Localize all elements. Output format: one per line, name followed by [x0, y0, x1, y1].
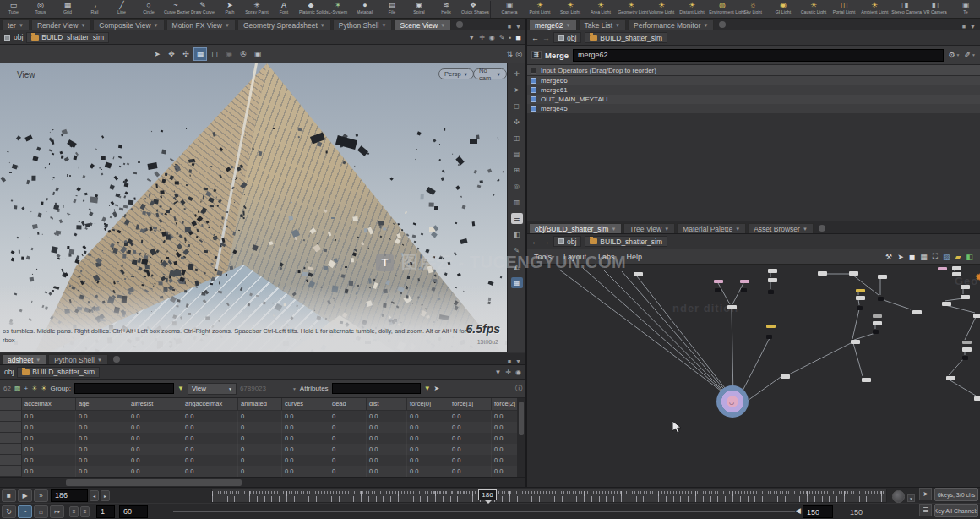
- network-node[interactable]: [768, 269, 777, 273]
- network-node[interactable]: [768, 278, 777, 282]
- expand-icon[interactable]: ✛: [511, 68, 523, 79]
- add-icon[interactable]: +: [24, 385, 28, 392]
- handles-icon[interactable]: ✣: [179, 47, 193, 61]
- pane-tab[interactable]: obj/BUILD_shatter_sim▼: [529, 223, 622, 233]
- frame-icon[interactable]: ⛶: [933, 252, 938, 261]
- volume-light-tool[interactable]: ☀Volume Light: [646, 0, 677, 14]
- ambient-light-tool[interactable]: ☀Ambient Light: [859, 0, 890, 14]
- pane-tab[interactable]: Scene View▼: [394, 19, 451, 30]
- pane-maximize-icon[interactable]: ■: [508, 24, 511, 30]
- select-arrow-icon[interactable]: ➤: [150, 47, 164, 61]
- network-node[interactable]: [961, 295, 970, 299]
- group-input[interactable]: [74, 383, 174, 394]
- input-operator-row[interactable]: merge45: [527, 104, 980, 113]
- solo-icon[interactable]: ▪: [509, 34, 512, 41]
- spiral-tool[interactable]: ◉Spiral: [406, 0, 433, 14]
- circle-tool[interactable]: ○Circle: [135, 0, 162, 14]
- layout-icon[interactable]: ▤: [511, 149, 523, 160]
- menu-item[interactable]: Help: [627, 253, 643, 261]
- pane-menu-icon[interactable]: ▼: [515, 358, 521, 364]
- network-node[interactable]: [946, 376, 956, 380]
- range-start2-field[interactable]: 60: [119, 505, 148, 518]
- key-all-button[interactable]: Key All Channels: [934, 504, 978, 517]
- path-node-chip[interactable]: BUILD_shatter_sim: [17, 367, 100, 378]
- new-tab-button[interactable]: [456, 21, 463, 28]
- split-icon[interactable]: ◫: [511, 133, 523, 144]
- network-editor[interactable]: nder ditionGeo ✹ ◡: [527, 265, 980, 519]
- column-header[interactable]: force[0]: [407, 398, 449, 411]
- target-icon[interactable]: ◎: [515, 50, 522, 58]
- pane-tab[interactable]: Take List▼: [579, 19, 627, 30]
- stereo-camera-tool[interactable]: ◨Stereo Camera: [890, 0, 920, 14]
- network-node[interactable]: [862, 378, 871, 382]
- wrench-icon[interactable]: ⚒: [885, 253, 892, 261]
- network-node[interactable]: [849, 271, 858, 276]
- gear-icon[interactable]: ⚙▼: [948, 51, 960, 59]
- filter2-icon[interactable]: ▼: [424, 385, 431, 392]
- pane-tab[interactable]: Render View▼: [31, 19, 91, 30]
- white-square-icon[interactable]: ◼: [909, 253, 915, 261]
- input-operator-row[interactable]: merge66: [527, 76, 980, 85]
- pin-icon[interactable]: ✛: [505, 369, 511, 376]
- pane-tab[interactable]: adsheet▼: [2, 354, 46, 364]
- sky-light-tool[interactable]: ☼Sky Light: [738, 0, 768, 14]
- network-node[interactable]: [962, 341, 972, 344]
- pane-tab[interactable]: Performance Monitor▼: [628, 19, 714, 30]
- pane-tab[interactable]: Motion FX View▼: [166, 19, 236, 30]
- list-icon[interactable]: ☰: [511, 213, 523, 224]
- pane-tab[interactable]: Python Shell▼: [48, 354, 108, 364]
- path-root-chip[interactable]: obj: [553, 32, 581, 43]
- knob-dropdown-icon[interactable]: ▼: [907, 494, 915, 502]
- cursor-icon[interactable]: ➤: [511, 85, 523, 96]
- point-light-tool[interactable]: ☀Point Light: [525, 0, 555, 14]
- file-tool[interactable]: ▤File: [378, 0, 406, 14]
- te-tool[interactable]: ▣Te: [950, 0, 980, 14]
- helix-tool[interactable]: ≋Helix: [433, 0, 460, 14]
- network-node[interactable]: [952, 266, 961, 270]
- tube-tool[interactable]: ▭Tube: [0, 0, 27, 14]
- l-system-tool[interactable]: ✶L-System: [324, 0, 351, 14]
- range-start-field[interactable]: 1: [96, 505, 115, 518]
- new-tab-button[interactable]: [719, 21, 726, 28]
- key-list-icon[interactable]: ☰: [919, 504, 932, 516]
- network-node[interactable]: [715, 288, 721, 292]
- checkbox-icon[interactable]: [531, 68, 536, 74]
- playback-speed-knob[interactable]: [892, 490, 905, 503]
- network-node[interactable]: [818, 271, 827, 276]
- frame-icon[interactable]: ◻: [511, 101, 523, 112]
- geometry-light-tool[interactable]: ☀Geometry Light: [616, 0, 646, 14]
- network-node[interactable]: [740, 280, 749, 283]
- column-header[interactable]: curves: [282, 398, 329, 411]
- stop-button[interactable]: ■: [2, 489, 16, 502]
- grid-icon[interactable]: ▦: [920, 253, 928, 261]
- network-node[interactable]: [727, 305, 737, 309]
- realtime-toggle-icon[interactable]: ◔: [18, 505, 32, 518]
- link-icon[interactable]: ◉: [515, 369, 521, 376]
- path-node-chip[interactable]: BUILD_shatter_sim: [585, 236, 667, 247]
- half-icon[interactable]: ◧: [511, 229, 523, 240]
- network-node[interactable]: [961, 285, 970, 289]
- network-node[interactable]: [634, 272, 643, 276]
- rail-tool[interactable]: ◞Rail: [81, 0, 108, 14]
- link-icon[interactable]: ◉: [489, 34, 495, 41]
- attributes-input[interactable]: [332, 383, 421, 394]
- platonic-solids-tool[interactable]: ◆Platonic Solids: [297, 0, 324, 14]
- next-frame-button[interactable]: ▸: [101, 490, 110, 501]
- snap-grid-icon[interactable]: ▦: [193, 47, 207, 61]
- view-dropdown[interactable]: View▼: [188, 383, 237, 395]
- input-operator-row[interactable]: OUT_MAIN_MEYTALL: [527, 95, 980, 104]
- spreadsheet-hscrollbar[interactable]: [0, 477, 525, 487]
- camera-selector[interactable]: No cam▼: [473, 68, 507, 79]
- network-node[interactable]: [878, 297, 884, 301]
- new-tab-button[interactable]: [113, 356, 120, 363]
- move-icon[interactable]: ✣: [511, 117, 523, 128]
- image-icon[interactable]: ▨: [943, 253, 950, 261]
- spreadsheet-vscrollbar[interactable]: [517, 398, 525, 477]
- spray-paint-tool[interactable]: ✳Spray Paint: [243, 0, 270, 14]
- network-node[interactable]: [873, 321, 882, 325]
- camera-tool[interactable]: ▣Camera: [494, 0, 525, 14]
- range-slider[interactable]: [173, 511, 795, 512]
- range-right-icon[interactable]: ≡: [80, 506, 90, 517]
- back-icon[interactable]: ←: [531, 34, 539, 42]
- quick-shapes-tool[interactable]: ❖Quick Shapes: [460, 0, 487, 14]
